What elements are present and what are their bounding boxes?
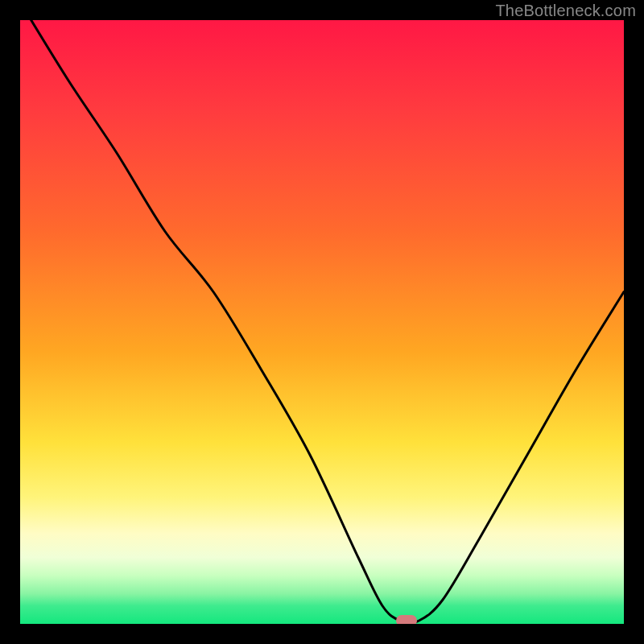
bottleneck-curve bbox=[20, 20, 624, 624]
chart-frame: TheBottleneck.com bbox=[0, 0, 644, 644]
optimal-point-marker bbox=[396, 615, 417, 624]
watermark-text: TheBottleneck.com bbox=[495, 2, 636, 20]
plot-area bbox=[20, 20, 624, 624]
